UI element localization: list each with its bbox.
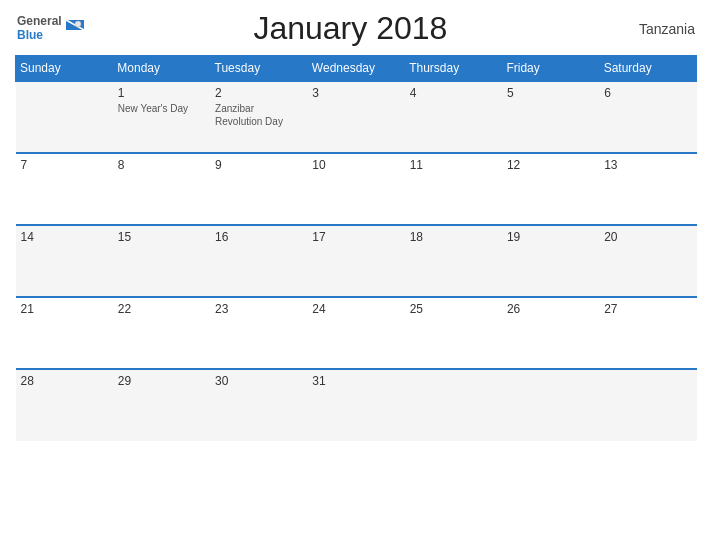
day-cell: 25 <box>405 297 502 369</box>
day-number: 6 <box>604 86 691 100</box>
header-tuesday: Tuesday <box>210 56 307 82</box>
day-cell: 14 <box>16 225 113 297</box>
day-cell: 29 <box>113 369 210 441</box>
day-cell: 30 <box>210 369 307 441</box>
header-friday: Friday <box>502 56 599 82</box>
day-cell: 7 <box>16 153 113 225</box>
day-number: 22 <box>118 302 205 316</box>
day-number: 14 <box>21 230 108 244</box>
day-cell: 31 <box>307 369 404 441</box>
header-wednesday: Wednesday <box>307 56 404 82</box>
day-number: 7 <box>21 158 108 172</box>
day-number: 31 <box>312 374 399 388</box>
day-cell: 15 <box>113 225 210 297</box>
day-cell: 28 <box>16 369 113 441</box>
svg-point-3 <box>75 21 81 27</box>
day-cell: 2Zanzibar Revolution Day <box>210 81 307 153</box>
day-number: 12 <box>507 158 594 172</box>
day-number: 18 <box>410 230 497 244</box>
week-row-1: 78910111213 <box>16 153 697 225</box>
day-cell: 22 <box>113 297 210 369</box>
week-row-3: 21222324252627 <box>16 297 697 369</box>
day-cell: 4 <box>405 81 502 153</box>
day-number: 29 <box>118 374 205 388</box>
day-cell: 23 <box>210 297 307 369</box>
day-cell: 26 <box>502 297 599 369</box>
day-number: 8 <box>118 158 205 172</box>
day-cell: 21 <box>16 297 113 369</box>
day-number: 17 <box>312 230 399 244</box>
day-cell: 5 <box>502 81 599 153</box>
header-sunday: Sunday <box>16 56 113 82</box>
day-cell: 13 <box>599 153 696 225</box>
day-cell: 17 <box>307 225 404 297</box>
day-number: 26 <box>507 302 594 316</box>
day-cell: 19 <box>502 225 599 297</box>
day-number: 5 <box>507 86 594 100</box>
day-number: 21 <box>21 302 108 316</box>
week-row-0: 1New Year's Day2Zanzibar Revolution Day3… <box>16 81 697 153</box>
day-number: 3 <box>312 86 399 100</box>
header-saturday: Saturday <box>599 56 696 82</box>
day-number: 2 <box>215 86 302 100</box>
calendar-table: Sunday Monday Tuesday Wednesday Thursday… <box>15 55 697 441</box>
holiday-label: New Year's Day <box>118 102 205 115</box>
weekday-header-row: Sunday Monday Tuesday Wednesday Thursday… <box>16 56 697 82</box>
day-cell <box>16 81 113 153</box>
day-number: 10 <box>312 158 399 172</box>
calendar-container: General Blue January 2018 Tanzania Sunda… <box>0 0 712 550</box>
day-number: 23 <box>215 302 302 316</box>
header-monday: Monday <box>113 56 210 82</box>
week-row-4: 28293031 <box>16 369 697 441</box>
logo-flag-icon <box>64 18 86 40</box>
logo: General Blue <box>17 15 86 41</box>
header-thursday: Thursday <box>405 56 502 82</box>
logo-blue-text: Blue <box>17 29 62 42</box>
day-cell: 9 <box>210 153 307 225</box>
day-number: 30 <box>215 374 302 388</box>
day-number: 1 <box>118 86 205 100</box>
day-number: 27 <box>604 302 691 316</box>
day-cell <box>599 369 696 441</box>
day-number: 24 <box>312 302 399 316</box>
day-number: 16 <box>215 230 302 244</box>
day-cell <box>502 369 599 441</box>
day-cell: 18 <box>405 225 502 297</box>
day-number: 15 <box>118 230 205 244</box>
country-label: Tanzania <box>615 21 695 37</box>
day-cell: 20 <box>599 225 696 297</box>
calendar-title: January 2018 <box>86 10 615 47</box>
day-cell: 3 <box>307 81 404 153</box>
calendar-header: General Blue January 2018 Tanzania <box>15 10 697 47</box>
day-cell <box>405 369 502 441</box>
day-cell: 12 <box>502 153 599 225</box>
day-cell: 10 <box>307 153 404 225</box>
day-number: 11 <box>410 158 497 172</box>
day-number: 25 <box>410 302 497 316</box>
logo-general-text: General <box>17 15 62 28</box>
holiday-label: Zanzibar Revolution Day <box>215 102 302 128</box>
day-number: 28 <box>21 374 108 388</box>
day-cell: 27 <box>599 297 696 369</box>
day-number: 4 <box>410 86 497 100</box>
day-cell: 24 <box>307 297 404 369</box>
day-cell: 1New Year's Day <box>113 81 210 153</box>
week-row-2: 14151617181920 <box>16 225 697 297</box>
day-number: 9 <box>215 158 302 172</box>
day-cell: 8 <box>113 153 210 225</box>
day-number: 20 <box>604 230 691 244</box>
day-cell: 16 <box>210 225 307 297</box>
day-cell: 11 <box>405 153 502 225</box>
day-cell: 6 <box>599 81 696 153</box>
day-number: 13 <box>604 158 691 172</box>
day-number: 19 <box>507 230 594 244</box>
